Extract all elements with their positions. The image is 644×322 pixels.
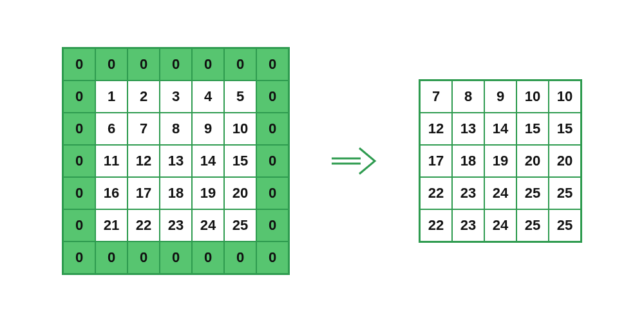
output-cell-r4-c1: 23 [452,209,484,242]
output-cell-r2-c0: 17 [420,145,452,177]
input-cell-r0-c1: 0 [95,48,128,80]
input-cell-r2-c3: 8 [160,113,192,145]
output-cell-r1-c2: 14 [484,113,516,145]
output-cell-r4-c3: 25 [516,209,549,242]
input-cell-r4-c2: 17 [128,177,160,209]
input-cell-r1-c4: 4 [192,80,224,113]
output-cell-r0-c0: 7 [420,80,452,113]
output-cell-r0-c1: 8 [452,80,484,113]
output-cell-r2-c4: 20 [549,145,581,177]
output-cell-r4-c4: 25 [549,209,581,242]
output-cell-r3-c0: 22 [420,177,452,209]
input-cell-r6-c6: 0 [256,242,289,274]
input-cell-r4-c1: 16 [95,177,128,209]
output-cell-r2-c2: 19 [484,145,516,177]
input-cell-r0-c6: 0 [256,48,289,80]
input-cell-r5-c2: 22 [128,209,160,242]
input-cell-r5-c1: 21 [95,209,128,242]
input-cell-r1-c5: 5 [224,80,256,113]
input-cell-r5-c6: 0 [256,209,289,242]
input-cell-r2-c6: 0 [256,113,289,145]
input-cell-r3-c3: 13 [160,145,192,177]
arrow-icon [328,142,380,180]
input-cell-r3-c1: 11 [95,145,128,177]
output-cell-r2-c3: 20 [516,145,549,177]
input-cell-r5-c3: 23 [160,209,192,242]
input-padded-grid: 0000000012345006789100011121314150016171… [62,47,290,275]
input-cell-r1-c6: 0 [256,80,289,113]
input-cell-r0-c3: 0 [160,48,192,80]
output-cell-r2-c1: 18 [452,145,484,177]
input-cell-r5-c0: 0 [63,209,95,242]
input-cell-r3-c5: 15 [224,145,256,177]
input-cell-r0-c4: 0 [192,48,224,80]
input-cell-r4-c5: 20 [224,177,256,209]
output-cell-r3-c3: 25 [516,177,549,209]
input-cell-r1-c2: 2 [128,80,160,113]
input-cell-r0-c5: 0 [224,48,256,80]
input-cell-r6-c3: 0 [160,242,192,274]
output-cell-r0-c2: 9 [484,80,516,113]
output-cell-r3-c4: 25 [549,177,581,209]
output-cell-r4-c2: 24 [484,209,516,242]
input-cell-r4-c3: 18 [160,177,192,209]
output-cell-r0-c4: 10 [549,80,581,113]
input-cell-r5-c4: 24 [192,209,224,242]
output-grid: 7891010121314151517181920202223242525222… [419,79,582,243]
input-cell-r2-c1: 6 [95,113,128,145]
output-cell-r1-c3: 15 [516,113,549,145]
output-cell-r1-c4: 15 [549,113,581,145]
output-cell-r0-c3: 10 [516,80,549,113]
input-cell-r3-c2: 12 [128,145,160,177]
input-cell-r3-c4: 14 [192,145,224,177]
input-cell-r1-c1: 1 [95,80,128,113]
input-cell-r1-c0: 0 [63,80,95,113]
input-cell-r6-c0: 0 [63,242,95,274]
output-cell-r3-c1: 23 [452,177,484,209]
input-cell-r0-c2: 0 [128,48,160,80]
input-cell-r6-c4: 0 [192,242,224,274]
input-cell-r3-c6: 0 [256,145,289,177]
input-cell-r1-c3: 3 [160,80,192,113]
input-cell-r4-c6: 0 [256,177,289,209]
input-cell-r4-c0: 0 [63,177,95,209]
output-cell-r1-c1: 13 [452,113,484,145]
input-cell-r6-c5: 0 [224,242,256,274]
output-cell-r4-c0: 22 [420,209,452,242]
input-cell-r6-c2: 0 [128,242,160,274]
output-cell-r1-c0: 12 [420,113,452,145]
output-cell-r3-c2: 24 [484,177,516,209]
input-cell-r2-c5: 10 [224,113,256,145]
input-cell-r4-c4: 19 [192,177,224,209]
input-cell-r2-c0: 0 [63,113,95,145]
input-cell-r2-c4: 9 [192,113,224,145]
input-cell-r3-c0: 0 [63,145,95,177]
input-cell-r5-c5: 25 [224,209,256,242]
input-cell-r6-c1: 0 [95,242,128,274]
input-cell-r0-c0: 0 [63,48,95,80]
input-cell-r2-c2: 7 [128,113,160,145]
